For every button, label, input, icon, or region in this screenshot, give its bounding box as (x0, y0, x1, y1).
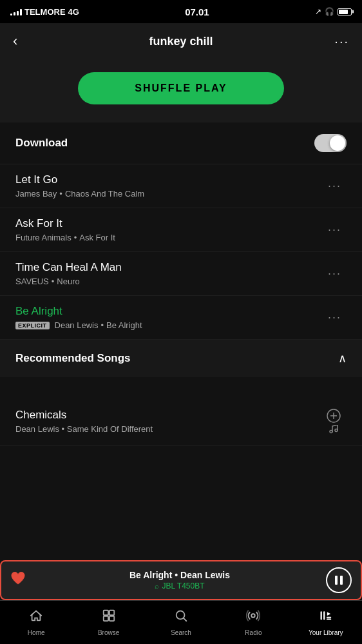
bluetooth-icon: ⌕ (155, 582, 159, 590)
svg-line-12 (184, 618, 186, 621)
svg-rect-6 (340, 576, 343, 585)
song-artist: Future Animals (15, 233, 71, 242)
song-album: Neuro (57, 277, 79, 286)
song-meta: James Bay • Chaos And The Calm (15, 189, 323, 199)
rec-song-meta: Dean Lewis • Same Kind Of Different (15, 424, 321, 434)
song-more-button[interactable]: ··· (323, 220, 347, 239)
home-icon (29, 609, 43, 627)
song-info: Let It Go James Bay • Chaos And The Calm (15, 173, 323, 199)
svg-point-3 (330, 431, 332, 433)
toggle-thumb (330, 135, 345, 151)
svg-rect-9 (103, 616, 108, 621)
svg-point-13 (252, 614, 256, 618)
song-list: Let It Go James Bay • Chaos And The Calm… (0, 164, 362, 340)
svg-rect-7 (103, 610, 108, 615)
status-bar: TELMORE 4G 07.01 ↗ 🎧 (0, 0, 362, 23)
song-info: Be Alright EXPLICIT Dean Lewis • Be Alri… (15, 305, 323, 330)
song-more-button[interactable]: ··· (323, 177, 347, 195)
explicit-badge: EXPLICIT (15, 322, 50, 329)
nav-home-label: Home (28, 629, 45, 636)
spacer (0, 377, 362, 396)
add-song-icon (326, 408, 341, 424)
recommended-header[interactable]: Recommended Songs ∧ (0, 340, 362, 377)
nav-radio-label: Radio (245, 629, 262, 636)
song-artist: SAVEUS (15, 277, 49, 286)
song-meta: Future Animals • Ask For It (15, 233, 323, 242)
music-note-icon (329, 425, 339, 434)
carrier-info: TELMORE 4G (10, 7, 79, 17)
playlist-title: funkey chill (32, 35, 330, 48)
now-playing-device: ⌕ JBL T450BT (33, 581, 326, 590)
nav-search[interactable]: Search (145, 601, 217, 644)
song-item[interactable]: Let It Go James Bay • Chaos And The Calm… (0, 164, 362, 208)
heart-svg (10, 571, 26, 585)
nav-browse[interactable]: Browse (72, 601, 144, 644)
download-toggle[interactable] (314, 134, 347, 152)
back-button[interactable]: ‹ (13, 33, 32, 50)
headphones-icon: 🎧 (325, 7, 334, 16)
song-album: Be Alright (106, 320, 142, 330)
nav-browse-label: Browse (98, 629, 119, 636)
location-icon: ↗ (315, 7, 321, 16)
header: ‹ funkey chill ··· (0, 23, 362, 59)
song-artist: Dean Lewis (55, 320, 99, 330)
svg-rect-8 (110, 610, 114, 615)
library-icon (319, 609, 333, 627)
nav-library[interactable]: Your Library (290, 601, 362, 644)
chevron-up-icon[interactable]: ∧ (338, 351, 347, 366)
song-title: Let It Go (15, 173, 323, 186)
rec-song-item[interactable]: Chemicals Dean Lewis • Same Kind Of Diff… (0, 396, 362, 446)
song-info: Ask For It Future Animals • Ask For It (15, 217, 323, 242)
rec-song-artist: Dean Lewis (15, 424, 59, 434)
bottom-padding (0, 446, 362, 536)
shuffle-container: SHUFFLE PLAY (0, 59, 362, 122)
download-row: Download (0, 122, 362, 164)
rec-song-info: Chemicals Dean Lewis • Same Kind Of Diff… (15, 409, 321, 434)
song-more-button[interactable]: ··· (323, 308, 347, 327)
search-icon (174, 609, 188, 627)
song-meta: EXPLICIT Dean Lewis • Be Alright (15, 320, 323, 330)
svg-rect-10 (110, 616, 114, 621)
song-title: Time Can Heal A Man (15, 261, 323, 274)
nav-home[interactable]: Home (0, 601, 72, 644)
svg-rect-5 (335, 576, 338, 585)
song-item[interactable]: Ask For It Future Animals • Ask For It ·… (0, 208, 362, 252)
rec-song-title: Chemicals (15, 409, 321, 422)
nav-search-label: Search (171, 629, 191, 636)
browse-icon (102, 609, 116, 627)
shuffle-play-button[interactable]: SHUFFLE PLAY (78, 72, 284, 104)
song-more-button[interactable]: ··· (323, 264, 347, 283)
svg-point-4 (335, 429, 338, 432)
song-album: Ask For It (79, 233, 115, 242)
now-playing-bar[interactable]: Be Alright • Dean Lewis ⌕ JBL T450BT (0, 560, 362, 600)
status-icons: ↗ 🎧 (315, 7, 352, 16)
radio-icon (246, 609, 260, 627)
song-title: Ask For It (15, 217, 323, 230)
song-item-active[interactable]: Be Alright EXPLICIT Dean Lewis • Be Alri… (0, 296, 362, 340)
battery-icon (338, 8, 352, 15)
song-album: Chaos And The Calm (65, 189, 144, 199)
song-meta: SAVEUS • Neuro (15, 277, 323, 286)
pause-button[interactable] (326, 567, 352, 593)
rec-song-album: Same Kind Of Different (67, 424, 153, 434)
now-playing-info: Be Alright • Dean Lewis ⌕ JBL T450BT (33, 570, 326, 590)
now-playing-title: Be Alright • Dean Lewis (33, 570, 326, 580)
song-title-active: Be Alright (15, 305, 323, 318)
recommended-title: Recommended Songs (15, 352, 131, 365)
more-button[interactable]: ··· (330, 34, 349, 49)
add-song-button[interactable] (321, 405, 347, 436)
status-time: 07.01 (185, 6, 209, 17)
bottom-nav: Home Browse Search (0, 600, 362, 644)
download-label: Download (15, 137, 68, 150)
song-info: Time Can Heal A Man SAVEUS • Neuro (15, 261, 323, 286)
nav-library-label: Your Library (309, 629, 343, 636)
song-artist: James Bay (15, 189, 57, 199)
nav-radio[interactable]: Radio (217, 601, 289, 644)
signal-icon (10, 8, 22, 15)
heart-icon[interactable] (10, 571, 26, 589)
song-item[interactable]: Time Can Heal A Man SAVEUS • Neuro ··· (0, 252, 362, 296)
pause-icon (334, 575, 343, 585)
